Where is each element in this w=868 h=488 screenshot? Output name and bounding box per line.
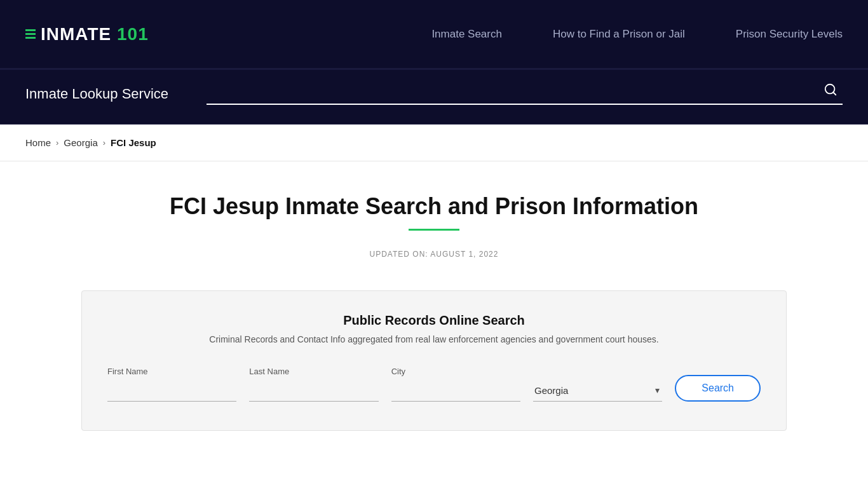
breadcrumb: Home › Georgia › FCI Jesup <box>25 137 843 148</box>
updated-on: UPDATED ON: AUGUST 1, 2022 <box>25 250 843 259</box>
last-name-group: Last Name <box>249 367 378 402</box>
main-content: FCI Jesup Inmate Search and Prison Infor… <box>0 161 868 456</box>
state-group: Georgia Alabama Alaska Florida Texas Cal… <box>533 380 662 402</box>
search-input[interactable] <box>207 86 818 97</box>
search-bar-section: Inmate Lookup Service <box>0 70 868 125</box>
page-title: FCI Jesup Inmate Search and Prison Infor… <box>25 193 843 220</box>
breadcrumb-home[interactable]: Home <box>25 137 51 148</box>
city-label: City <box>391 367 520 376</box>
logo-bars-icon <box>25 29 36 39</box>
first-name-input[interactable] <box>107 380 236 402</box>
svg-line-1 <box>833 92 836 95</box>
state-select-wrapper: Georgia Alabama Alaska Florida Texas Cal… <box>533 380 662 402</box>
first-name-group: First Name <box>107 367 236 402</box>
top-navigation: INMATE 101 Inmate Search How to Find a P… <box>0 0 868 70</box>
city-input[interactable] <box>391 380 520 402</box>
search-icon <box>824 83 837 97</box>
last-name-label: Last Name <box>249 367 378 376</box>
search-input-wrapper <box>207 83 843 105</box>
nav-links: Inmate Search How to Find a Prison or Ja… <box>431 28 843 41</box>
logo-text: INMATE 101 <box>41 24 149 44</box>
public-search-box: Public Records Online Search Criminal Re… <box>81 290 787 431</box>
breadcrumb-sep-2: › <box>103 138 105 147</box>
public-search-title: Public Records Online Search <box>107 313 761 328</box>
breadcrumb-current: FCI Jesup <box>111 137 156 148</box>
search-bar-label: Inmate Lookup Service <box>25 86 168 102</box>
title-underline <box>409 229 459 231</box>
state-select[interactable]: Georgia Alabama Alaska Florida Texas Cal… <box>533 380 662 402</box>
search-icon-button[interactable] <box>818 83 843 100</box>
first-name-label: First Name <box>107 367 236 376</box>
search-fields: First Name Last Name City Georgia Alabam… <box>107 367 761 402</box>
nav-item-inmate-search[interactable]: Inmate Search <box>431 28 502 41</box>
breadcrumb-section: Home › Georgia › FCI Jesup <box>0 125 868 161</box>
breadcrumb-state[interactable]: Georgia <box>64 137 97 148</box>
city-group: City <box>391 367 520 402</box>
nav-item-security-levels[interactable]: Prison Security Levels <box>736 28 843 41</box>
last-name-input[interactable] <box>249 380 378 402</box>
site-logo[interactable]: INMATE 101 <box>25 24 149 44</box>
nav-link-inmate-search[interactable]: Inmate Search <box>431 28 502 40</box>
breadcrumb-sep-1: › <box>56 138 58 147</box>
nav-item-find-prison[interactable]: How to Find a Prison or Jail <box>553 28 685 41</box>
search-button[interactable]: Search <box>675 375 761 402</box>
public-search-description: Criminal Records and Contact Info aggreg… <box>107 334 761 344</box>
nav-link-security-levels[interactable]: Prison Security Levels <box>736 28 843 40</box>
nav-link-find-prison[interactable]: How to Find a Prison or Jail <box>553 28 685 40</box>
